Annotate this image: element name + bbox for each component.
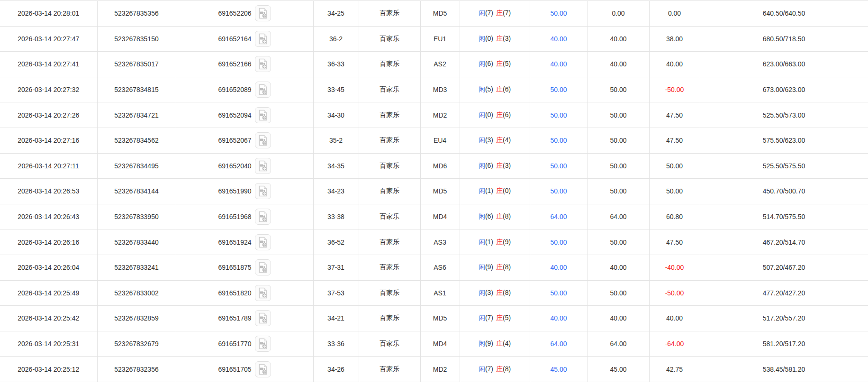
- round-number-cell: 691652040: [176, 153, 313, 179]
- video-replay-button[interactable]: [255, 5, 271, 21]
- round-number: 691651820: [218, 289, 251, 297]
- video-replay-button[interactable]: [255, 31, 271, 47]
- bet-number-cell: 523267834815: [97, 77, 176, 102]
- video-camera-icon: [258, 160, 268, 172]
- bet-number-cell: 523267833440: [97, 229, 176, 255]
- valid-amount-cell: 40.00: [588, 255, 649, 280]
- video-replay-button[interactable]: [255, 56, 271, 72]
- video-replay-button[interactable]: [255, 158, 271, 174]
- bet-number-cell: 523267834721: [97, 102, 176, 128]
- player-banker-cell: 闲(7)庄(5): [460, 306, 530, 331]
- video-replay-button[interactable]: [255, 107, 271, 123]
- video-camera-icon: [258, 185, 268, 197]
- balance-cell: 525.50/573.00: [700, 102, 868, 128]
- video-replay-button[interactable]: [255, 82, 271, 98]
- win-loss-cell: -50.00: [649, 280, 700, 306]
- bet-amount-cell: 40.00: [530, 255, 588, 280]
- table-row: 2026-03-14 20:26:16 523267833440 6916519…: [0, 229, 868, 255]
- player-banker-cell: 闲(6)庄(5): [460, 52, 530, 77]
- table-code-cell: AS3: [420, 229, 460, 255]
- player-points: (1): [485, 238, 493, 246]
- table-row: 2026-03-14 20:26:04 523267833241 6916518…: [0, 255, 868, 280]
- round-number: 691652206: [218, 9, 251, 17]
- shoe-round-cell: 34-21: [313, 306, 359, 331]
- video-replay-button[interactable]: [255, 209, 271, 225]
- win-loss-cell: 0.00: [649, 1, 700, 27]
- bet-amount-cell: 64.00: [530, 331, 588, 357]
- shoe-round-cell: 37-31: [313, 255, 359, 280]
- game-name-cell: 百家乐: [359, 179, 420, 204]
- valid-amount-cell: 50.00: [588, 280, 649, 306]
- player-banker-cell: 闲(7)庄(7): [460, 1, 530, 27]
- table-code-cell: MD5: [420, 179, 460, 204]
- table-code-cell: EU1: [420, 26, 460, 52]
- round-number: 691652067: [218, 137, 251, 144]
- player-points: (5): [485, 85, 493, 93]
- video-camera-icon: [258, 287, 268, 299]
- game-name-cell: 百家乐: [359, 306, 420, 331]
- bet-number-cell: 523267834562: [97, 128, 176, 153]
- video-replay-button[interactable]: [255, 285, 271, 301]
- banker-points: (7): [503, 9, 511, 17]
- player-points: (6): [485, 60, 493, 67]
- game-name-cell: 百家乐: [359, 357, 420, 382]
- bet-number-cell: 523267833002: [97, 280, 176, 306]
- round-number: 691652166: [218, 60, 251, 68]
- round-number-cell: 691652094: [176, 102, 313, 128]
- game-name-cell: 百家乐: [359, 229, 420, 255]
- balance-cell: 673.00/623.00: [700, 77, 868, 102]
- player-label: 闲: [479, 289, 485, 296]
- video-camera-icon: [258, 312, 268, 324]
- valid-amount-cell: 50.00: [588, 102, 649, 128]
- video-replay-button[interactable]: [255, 234, 271, 250]
- player-banker-cell: 闲(3)庄(8): [460, 280, 530, 306]
- bet-amount-cell: 50.00: [530, 128, 588, 153]
- player-points: (6): [485, 162, 493, 169]
- valid-amount-cell: 64.00: [588, 331, 649, 357]
- banker-label: 庄: [496, 187, 503, 194]
- banker-label: 庄: [496, 314, 503, 321]
- video-replay-button[interactable]: [255, 361, 271, 377]
- video-replay-button[interactable]: [255, 132, 271, 148]
- win-loss-cell: 47.50: [649, 128, 700, 153]
- banker-points: (8): [503, 263, 511, 271]
- player-label: 闲: [479, 136, 485, 144]
- game-name-cell: 百家乐: [359, 1, 420, 27]
- table-row: 2026-03-14 20:27:47 523267835150 6916521…: [0, 26, 868, 52]
- table-code-cell: MD4: [420, 331, 460, 357]
- shoe-round-cell: 34-35: [313, 153, 359, 179]
- round-number: 691651705: [218, 366, 251, 373]
- player-banker-cell: 闲(5)庄(6): [460, 77, 530, 102]
- bet-amount-cell: 50.00: [530, 1, 588, 27]
- bet-number-cell: 523267833950: [97, 204, 176, 229]
- banker-label: 庄: [496, 365, 503, 373]
- table-row: 2026-03-14 20:27:26 523267834721 6916520…: [0, 102, 868, 128]
- shoe-round-cell: 34-30: [313, 102, 359, 128]
- banker-points: (5): [503, 60, 511, 67]
- player-label: 闲: [479, 162, 485, 169]
- round-number: 691652094: [218, 111, 251, 119]
- table-row: 2026-03-14 20:27:41 523267835017 6916521…: [0, 52, 868, 77]
- round-number-cell: 691652206: [176, 1, 313, 27]
- video-replay-button[interactable]: [255, 183, 271, 199]
- game-name-cell: 百家乐: [359, 153, 420, 179]
- player-label: 闲: [479, 85, 485, 93]
- player-points: (7): [485, 314, 493, 321]
- player-banker-cell: 闲(1)庄(9): [460, 229, 530, 255]
- table-code-cell: EU4: [420, 128, 460, 153]
- video-camera-icon: [258, 135, 268, 146]
- bet-number-cell: 523267835150: [97, 26, 176, 52]
- bet-number-cell: 523267832356: [97, 357, 176, 382]
- bet-time-cell: 2026-03-14 20:25:49: [0, 280, 97, 306]
- video-replay-button[interactable]: [255, 310, 271, 326]
- bet-number-cell: 523267835017: [97, 52, 176, 77]
- bet-time-cell: 2026-03-14 20:27:47: [0, 26, 97, 52]
- player-points: (3): [485, 136, 493, 144]
- video-replay-button[interactable]: [255, 259, 271, 275]
- game-name-cell: 百家乐: [359, 128, 420, 153]
- player-banker-cell: 闲(7)庄(8): [460, 357, 530, 382]
- table-row: 2026-03-14 20:25:31 523267832679 6916517…: [0, 331, 868, 357]
- video-replay-button[interactable]: [255, 336, 271, 352]
- banker-label: 庄: [496, 85, 503, 93]
- table-row: 2026-03-14 20:25:49 523267833002 6916518…: [0, 280, 868, 306]
